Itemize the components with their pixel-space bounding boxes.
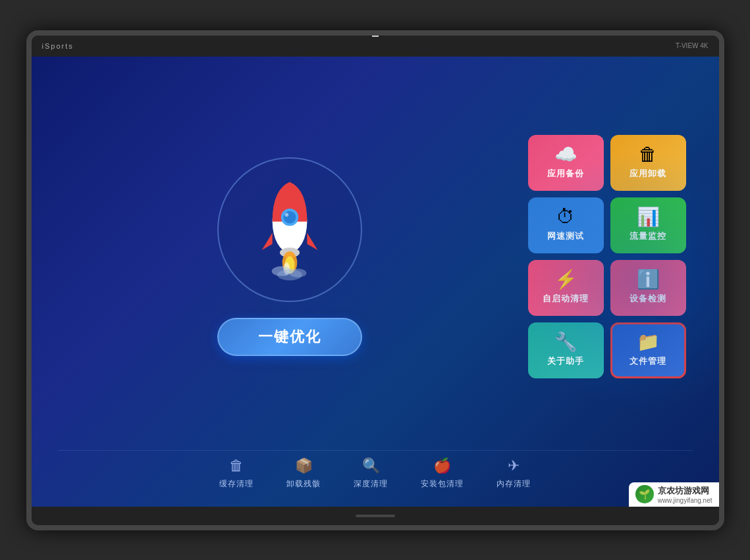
app-backup-label: 应用备份	[547, 168, 584, 180]
rocket-illustration	[247, 177, 333, 282]
network-speed-button[interactable]: ⏱ 网速测试	[528, 197, 604, 253]
camera-neck	[372, 30, 379, 37]
file-manager-label: 文件管理	[629, 355, 666, 367]
traffic-monitor-label: 流量监控	[629, 230, 666, 242]
toolbar-deep-clean[interactable]: 🔍 深度清理	[354, 457, 388, 490]
device-detect-icon: ℹ️	[637, 270, 660, 289]
watermark-url: www.jingyifang.net	[658, 497, 712, 504]
svg-point-2	[283, 211, 296, 223]
svg-point-3	[284, 213, 288, 216]
traffic-monitor-icon: 📊	[637, 208, 660, 226]
about-assistant-icon: 🔧	[554, 333, 577, 351]
memory-clean-label: 内存清理	[496, 478, 531, 490]
tv-top-bar: iSports T-VIEW 4K	[32, 36, 719, 57]
app-uninstall-button[interactable]: 🗑 应用卸载	[610, 135, 686, 191]
svg-point-10	[277, 269, 302, 280]
device-detect-label: 设备检测	[629, 293, 666, 305]
install-pkg-icon: 🍎	[433, 457, 451, 474]
app-uninstall-icon: 🗑	[639, 145, 657, 164]
auto-clean-label: 自启动清理	[543, 293, 589, 305]
memory-clean-icon: ✈	[508, 457, 520, 474]
traffic-monitor-button[interactable]: 📊 流量监控	[610, 197, 686, 253]
tv-stand-indicator	[356, 515, 395, 517]
app-backup-button[interactable]: ☁️ 应用备份	[528, 135, 604, 191]
load-slim-label: 卸载残骸	[286, 478, 321, 490]
bottom-toolbar: 🗑 缓存清理 📦 卸载残骸 🔍 深度清理 🍎 安装包清理 ✈ 内存清理	[58, 450, 693, 494]
cache-clean-icon: 🗑	[229, 457, 244, 474]
left-section: 一键优化	[58, 157, 522, 356]
watermark: 🌱 京农坊游戏网 www.jingyifang.net	[629, 482, 719, 507]
tv-model: T-VIEW 4K	[676, 42, 708, 49]
about-assistant-label: 关于助手	[547, 355, 584, 367]
tv-brand: iSports	[42, 42, 74, 50]
toolbar-memory-clean[interactable]: ✈ 内存清理	[496, 457, 531, 490]
network-speed-label: 网速测试	[547, 230, 584, 242]
toolbar-cache-clean[interactable]: 🗑 缓存清理	[219, 457, 254, 490]
deep-clean-label: 深度清理	[354, 478, 388, 490]
about-assistant-button[interactable]: 🔧 关于助手	[528, 322, 604, 378]
optimize-button[interactable]: 一键优化	[217, 318, 362, 356]
file-manager-button[interactable]: 📁 文件管理	[610, 322, 686, 378]
toolbar-install-pkg[interactable]: 🍎 安装包清理	[421, 457, 464, 490]
rocket-circle	[217, 157, 362, 302]
main-screen: 一键优化 ☁️ 应用备份 🗑 应用卸载 ⏱ 网速测试	[32, 57, 719, 507]
watermark-logo: 🌱	[635, 485, 654, 503]
auto-clean-icon: ⚡	[554, 270, 577, 289]
app-backup-icon: ☁️	[554, 145, 577, 164]
deep-clean-icon: 🔍	[362, 457, 380, 474]
cache-clean-label: 缓存清理	[219, 478, 254, 490]
camera-device: iSports	[349, 30, 402, 37]
device-detect-button[interactable]: ℹ️ 设备检测	[610, 260, 686, 316]
toolbar-load-slim[interactable]: 📦 卸载残骸	[286, 457, 321, 490]
install-pkg-label: 安装包清理	[421, 478, 464, 490]
auto-clean-button[interactable]: ⚡ 自启动清理	[528, 260, 604, 316]
network-speed-icon: ⏱	[556, 208, 575, 226]
app-uninstall-label: 应用卸载	[629, 168, 666, 180]
load-slim-icon: 📦	[295, 457, 313, 474]
right-section-grid: ☁️ 应用备份 🗑 应用卸载 ⏱ 网速测试 📊 流量监控	[522, 128, 693, 385]
watermark-info: 京农坊游戏网 www.jingyifang.net	[658, 485, 712, 504]
tv-frame: iSports iSports T-VIEW 4K	[26, 30, 724, 530]
tv-bottom-bar	[32, 507, 719, 525]
file-manager-icon: 📁	[637, 333, 660, 351]
watermark-site: 京农坊游戏网	[658, 485, 712, 497]
top-content: 一键优化 ☁️ 应用备份 🗑 应用卸载 ⏱ 网速测试	[58, 70, 693, 450]
